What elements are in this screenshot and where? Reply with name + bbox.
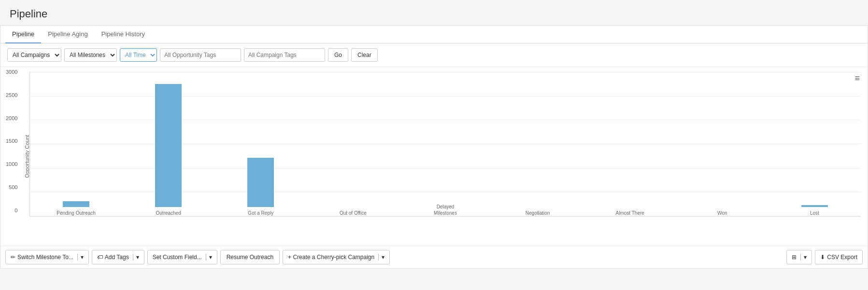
bar-label-8: Lost — [810, 210, 819, 216]
csv-download-icon: ⬇ — [820, 254, 825, 261]
campaign-tags-input[interactable] — [244, 48, 325, 62]
bar-label-0: Pending Outreach — [57, 210, 96, 216]
add-tags-arrow[interactable]: ▾ — [133, 254, 139, 261]
filter-bar: All Campaigns All Milestones All Time Go… — [0, 43, 868, 67]
tabs-bar: Pipeline Pipeline Aging Pipeline History — [0, 26, 868, 43]
chart-area: ≡ Opportunity Count 3000 2500 2000 1500 … — [0, 67, 868, 246]
add-tags-label: Add Tags — [105, 254, 129, 261]
chart-inner: 3000 2500 2000 1500 1000 500 0 — [29, 72, 861, 217]
milestones-select[interactable]: All Milestones — [64, 48, 117, 62]
grid-icon: ⊞ — [792, 254, 797, 261]
y-label-0: 0 — [14, 207, 17, 213]
go-button[interactable]: Go — [328, 48, 348, 62]
switch-milestone-label: Switch Milestone To... — [17, 254, 73, 261]
set-custom-field-button[interactable]: Set Custom Field... ▾ — [147, 250, 217, 264]
grid-view-button[interactable]: ⊞ ▾ — [786, 250, 812, 264]
main-card: Pipeline Pipeline Aging Pipeline History… — [0, 25, 868, 269]
bar-label-7: Won — [717, 210, 727, 216]
bar-label-2: Got a Reply — [248, 210, 273, 216]
y-label-3000: 3000 — [6, 69, 17, 75]
create-cherry-pick-button[interactable]: + Create a Cherry-pick Campaign ▾ — [283, 250, 390, 264]
y-label-2500: 2500 — [6, 92, 17, 98]
y-label-2000: 2000 — [6, 115, 17, 121]
bar-label-3: Out of Office — [340, 210, 367, 216]
bar-group-8[interactable]: Lost — [768, 72, 861, 216]
clear-button[interactable]: Clear — [351, 48, 378, 62]
pencil-icon: ✏ — [11, 254, 15, 261]
page-wrapper: Pipeline Pipeline Pipeline Aging Pipelin… — [0, 0, 868, 290]
resume-outreach-button[interactable]: Resume Outreach — [220, 250, 280, 264]
create-cherry-pick-label: + Create a Cherry-pick Campaign — [288, 254, 374, 261]
switch-milestone-arrow[interactable]: ▾ — [77, 254, 84, 261]
bar-8 — [801, 205, 828, 207]
csv-export-button[interactable]: ⬇ CSV Export — [815, 250, 863, 264]
grid-arrow[interactable]: ▾ — [800, 254, 807, 261]
create-cherry-pick-arrow[interactable]: ▾ — [378, 254, 384, 261]
bottom-toolbar: ✏ Switch Milestone To... ▾ 🏷 Add Tags ▾ … — [0, 246, 868, 268]
y-axis-label: Opportunity Count — [24, 135, 30, 178]
tab-pipeline-aging[interactable]: Pipeline Aging — [41, 26, 94, 43]
bar-label-1: Outreached — [156, 210, 181, 216]
y-label-500: 500 — [9, 184, 17, 190]
bar-0 — [63, 201, 89, 207]
tab-pipeline[interactable]: Pipeline — [5, 26, 41, 43]
campaigns-select[interactable]: All Campaigns — [7, 48, 61, 62]
set-custom-field-arrow[interactable]: ▾ — [206, 254, 212, 261]
bar-group-4[interactable]: Delayed Milestones — [399, 72, 491, 216]
bar-group-1[interactable]: Outreached — [122, 72, 214, 216]
bar-label-5: Negotiation — [526, 210, 550, 216]
right-actions: ⊞ ▾ ⬇ CSV Export — [786, 250, 863, 264]
bar-group-7[interactable]: Won — [676, 72, 768, 216]
bar-2 — [247, 158, 274, 207]
bar-group-3[interactable]: Out of Office — [307, 72, 399, 216]
y-label-1000: 1000 — [6, 161, 17, 167]
bar-group-6[interactable]: Almost There — [584, 72, 676, 216]
page-title: Pipeline — [0, 0, 868, 25]
bar-label-6: Almost There — [616, 210, 644, 216]
bar-group-2[interactable]: Got a Reply — [214, 72, 307, 216]
bar-1 — [155, 84, 182, 207]
resume-outreach-label: Resume Outreach — [227, 254, 273, 261]
bar-group-0[interactable]: Pending Outreach — [30, 72, 122, 216]
time-select[interactable]: All Time — [120, 48, 157, 62]
tag-icon: 🏷 — [97, 254, 103, 261]
y-labels: 3000 2500 2000 1500 1000 500 0 — [6, 72, 17, 216]
bar-label-4: Delayed Milestones — [434, 204, 457, 216]
set-custom-field-label: Set Custom Field... — [153, 254, 202, 261]
tab-pipeline-history[interactable]: Pipeline History — [95, 26, 152, 43]
add-tags-button[interactable]: 🏷 Add Tags ▾ — [92, 250, 144, 264]
csv-export-label: CSV Export — [827, 254, 857, 261]
bar-group-5[interactable]: Negotiation — [492, 72, 584, 216]
opportunity-tags-input[interactable] — [160, 48, 241, 62]
y-label-1500: 1500 — [6, 138, 17, 144]
switch-milestone-button[interactable]: ✏ Switch Milestone To... ▾ — [5, 250, 89, 264]
bars-container: Pending OutreachOutreachedGot a ReplyOut… — [30, 72, 861, 216]
